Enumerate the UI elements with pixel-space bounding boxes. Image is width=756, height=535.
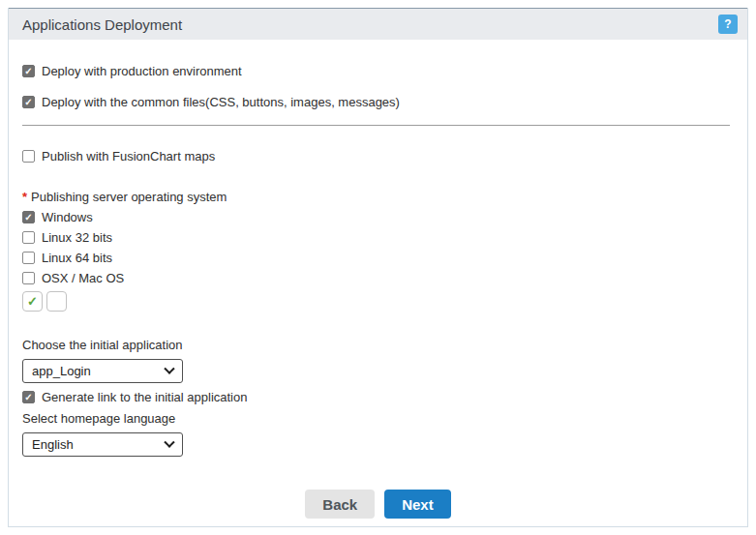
back-button[interactable]: Back <box>305 490 375 519</box>
check-icon: ✓ <box>24 67 32 76</box>
deploy-common-checkbox[interactable]: ✓ <box>22 96 35 108</box>
fusionchart-label: Publish with FusionChart maps <box>42 149 215 163</box>
deploy-production-label: Deploy with production environment <box>42 64 242 78</box>
language-label: Select homepage language <box>22 411 734 426</box>
os-section-label: *Publishing server operating system <box>22 190 734 204</box>
generate-link-checkbox[interactable]: ✓ <box>22 391 35 403</box>
next-button[interactable]: Next <box>384 490 451 519</box>
wizard-navigation: Back Next <box>22 490 734 519</box>
uncheck-all-button[interactable] <box>46 291 67 312</box>
deploy-common-label: Deploy with the common files(CSS, button… <box>42 95 400 109</box>
os-linux64-checkbox[interactable]: ✓ <box>22 252 35 264</box>
fusionchart-row: ✓ Publish with FusionChart maps <box>22 149 734 163</box>
os-option-osx-row: ✓ OSX / Mac OS <box>22 271 734 285</box>
os-linux32-checkbox[interactable]: ✓ <box>22 231 35 244</box>
os-windows-checkbox[interactable]: ✓ <box>22 211 35 223</box>
os-option-linux64-row: ✓ Linux 64 bits <box>22 251 734 265</box>
os-option-linux32-row: ✓ Linux 32 bits <box>22 230 734 245</box>
generate-link-label: Generate link to the initial application <box>42 390 247 404</box>
initial-app-label: Choose the initial application <box>22 338 734 352</box>
os-linux64-label: Linux 64 bits <box>42 251 112 265</box>
initial-app-selected-value: app_Login <box>32 364 91 378</box>
panel-content: ✓ Deploy with production environment ✓ D… <box>9 64 747 519</box>
os-option-windows-row: ✓ Windows <box>22 210 734 224</box>
select-all-controls: ✓ <box>22 291 734 312</box>
language-select[interactable]: English <box>22 432 183 457</box>
chevron-down-icon <box>164 363 174 373</box>
initial-app-select[interactable]: app_Login <box>22 359 183 383</box>
deploy-production-row: ✓ Deploy with production environment <box>22 64 734 78</box>
deploy-production-checkbox[interactable]: ✓ <box>22 65 35 77</box>
language-selected-value: English <box>32 437 74 452</box>
deploy-common-row: ✓ Deploy with the common files(CSS, butt… <box>22 95 734 109</box>
section-divider <box>22 125 730 126</box>
chevron-down-icon <box>164 436 174 447</box>
generate-link-row: ✓ Generate link to the initial applicati… <box>22 390 734 404</box>
check-icon: ✓ <box>24 98 32 107</box>
os-osx-label: OSX / Mac OS <box>42 271 124 285</box>
help-button[interactable]: ? <box>718 15 738 34</box>
page-title: Applications Deployment <box>22 16 182 33</box>
os-linux32-label: Linux 32 bits <box>42 230 112 245</box>
check-all-button[interactable]: ✓ <box>22 291 43 312</box>
check-icon: ✓ <box>24 393 32 402</box>
fusionchart-checkbox[interactable]: ✓ <box>22 150 35 163</box>
check-icon: ✓ <box>27 295 38 308</box>
applications-deployment-panel: Applications Deployment ? ✓ Deploy with … <box>8 8 748 527</box>
panel-header: Applications Deployment ? <box>9 8 747 40</box>
check-icon: ✓ <box>24 213 32 223</box>
os-section-label-text: Publishing server operating system <box>31 190 227 204</box>
os-windows-label: Windows <box>42 210 93 224</box>
required-asterisk: * <box>22 190 27 204</box>
os-osx-checkbox[interactable]: ✓ <box>22 272 35 284</box>
